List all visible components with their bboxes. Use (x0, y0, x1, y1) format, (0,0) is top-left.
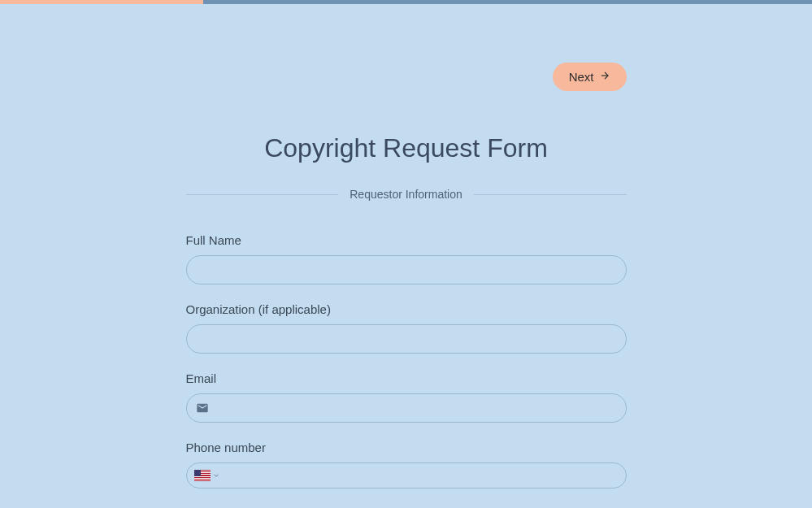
organization-input[interactable] (186, 324, 627, 354)
email-label: Email (186, 371, 627, 385)
next-button[interactable]: Next (553, 63, 627, 91)
email-icon (196, 402, 209, 415)
next-button-label: Next (569, 70, 594, 84)
country-selector[interactable] (194, 468, 220, 483)
chevron-down-icon (212, 468, 220, 483)
section-label: Requestor Information (338, 188, 474, 201)
us-flag-icon (194, 470, 211, 481)
progress-filled (0, 0, 203, 4)
arrow-right-icon (599, 70, 610, 84)
page-title: Copyright Request Form (186, 133, 627, 163)
full-name-input[interactable] (186, 255, 627, 284)
progress-bar (0, 0, 812, 4)
email-input[interactable] (186, 393, 627, 423)
full-name-label: Full Name (186, 233, 627, 247)
phone-input[interactable] (186, 462, 627, 488)
organization-label: Organization (if applicable) (186, 302, 627, 316)
phone-label: Phone number (186, 441, 627, 454)
section-divider: Requestor Information (186, 188, 627, 201)
